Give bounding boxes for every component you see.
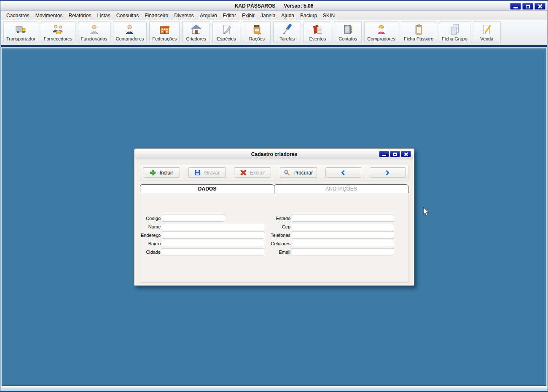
toolbar-button-label: Contatos [338, 36, 357, 41]
input-telefones[interactable] [292, 231, 394, 239]
toolbar-button-compradores-3[interactable]: Compradores [113, 21, 147, 43]
toolbar-button-eventos-9[interactable]: Eventos [304, 21, 331, 43]
toolbar-button-federacoes-4[interactable]: Federações [149, 21, 180, 43]
delete-icon [240, 169, 247, 176]
toolbar-button-contatos-10[interactable]: Contatos [334, 21, 362, 43]
delete-button: Excluir [234, 167, 271, 178]
menu-item-financeiro[interactable]: Financeiro [142, 11, 171, 20]
toolbar-button-label: Espécies [217, 36, 236, 41]
save-button-label: Gravar [204, 170, 220, 176]
toolbar-button-racoes-7[interactable]: Rações [243, 21, 271, 43]
menu-item-relatorios[interactable]: Relatórios [65, 11, 94, 20]
toolbar-button-label: Rações [249, 36, 265, 41]
toolbar-button-compradores-11[interactable]: Compradores [364, 21, 398, 43]
toolbar-button-label: Tarefas [279, 36, 295, 41]
input-cidade[interactable] [162, 248, 264, 255]
screwdriver-icon [281, 24, 293, 36]
dialog-action-toolbar: IncluirGravarExcluirProcurar [140, 165, 408, 180]
input-nome[interactable] [162, 223, 264, 230]
input-cep[interactable] [292, 223, 394, 230]
delete-button-label: Excluir [250, 170, 265, 176]
app-version: Versão: 5.06 [284, 3, 313, 9]
dialog-titlebar[interactable]: Cadastro criadores [135, 150, 413, 159]
window-bottom-frame [0, 386, 548, 392]
input-endereco[interactable] [162, 231, 264, 239]
maximize-icon [393, 153, 397, 156]
clipboard-icon [413, 24, 425, 36]
form-row-nome: Nome [140, 223, 264, 230]
toolbar-button-label: Fornecedores [44, 36, 73, 41]
feed-jar-icon [251, 24, 263, 36]
field-label-telefones: Telefones [270, 233, 292, 238]
app-title: KAD PÁSSAROS [235, 3, 276, 9]
form-row-telefones: Telefones [270, 231, 394, 239]
close-icon [537, 4, 543, 8]
form-row-estado: Estado [270, 215, 394, 222]
include-button[interactable]: Incluir [143, 167, 180, 178]
pages-icon [449, 24, 461, 36]
toolbar-button-funcionarios-2[interactable]: Funcionários [78, 21, 110, 43]
field-label-codigo: Codigo [140, 216, 162, 221]
toolbar-button-especies-6[interactable]: Espécies [212, 21, 240, 43]
suppliers-icon [52, 24, 64, 36]
field-label-endereco: Endereço [140, 233, 162, 238]
chevron-right-icon [384, 170, 390, 176]
toolbar-button-tarefas-8[interactable]: Tarefas [273, 21, 301, 43]
close-icon [404, 152, 408, 156]
dialog-minimize-button[interactable] [379, 151, 389, 157]
menu-item-ajuda[interactable]: Ajuda [278, 11, 297, 20]
toolbar-button-ficha-passaro-12[interactable]: Ficha Pássaro [401, 21, 436, 43]
close-button[interactable] [535, 3, 545, 10]
menu-item-janela[interactable]: Janela [258, 11, 278, 20]
toolbar-button-transportador-0[interactable]: Transportador [3, 21, 38, 43]
form-row-cidade: Cidade [140, 248, 264, 255]
menu-item-listas[interactable]: Listas [94, 11, 113, 20]
chevron-left-icon [340, 170, 346, 176]
input-email[interactable] [292, 248, 394, 255]
minimize-button[interactable] [510, 3, 521, 10]
form-row-celulares: Celulares [270, 240, 394, 247]
red-book-icon [312, 24, 324, 36]
menu-item-cadastros[interactable]: Cadastros [3, 11, 32, 20]
search-button[interactable]: Procurar [280, 167, 317, 178]
menu-item-skin[interactable]: SKIN [320, 11, 338, 20]
field-label-nome: Nome [140, 224, 162, 229]
next-record-button[interactable] [370, 167, 406, 178]
paper-pencil-icon [220, 24, 233, 36]
main-toolbar: TransportadorFornecedoresFuncionáriosCom… [1, 20, 547, 47]
menu-item-movimentos[interactable]: Movimentos [32, 11, 66, 20]
toolbar-button-label: Ficha Grupo [442, 36, 467, 41]
toolbar-button-criadores-5[interactable]: Criadores [182, 21, 210, 43]
input-bairro[interactable] [162, 240, 264, 247]
menu-item-backup[interactable]: Backup [297, 11, 320, 20]
minimize-icon [382, 155, 386, 156]
toolbar-button-venda-14[interactable]: Venda [473, 21, 501, 43]
dialog-maximize-button[interactable] [390, 151, 400, 157]
plus-icon [150, 169, 156, 176]
menu-item-diversos[interactable]: Diversos [171, 11, 197, 20]
form-row-codigo: Codigo [140, 215, 264, 222]
cadastro-criadores-dialog: Cadastro criadores IncluirGravarExcluirP… [134, 148, 414, 286]
dialog-tabs: DADOSANOTAÇÕES [140, 184, 408, 193]
field-label-celulares: Celulares [270, 241, 292, 246]
previous-record-button[interactable] [325, 167, 361, 178]
menu-item-editar[interactable]: Editar [220, 11, 239, 20]
tab-dados[interactable]: DADOS [140, 184, 274, 193]
menu-item-arquivo[interactable]: Arquivo [197, 11, 220, 20]
field-label-bairro: Bairro [140, 241, 162, 246]
include-button-label: Incluir [159, 170, 173, 176]
menu-item-exibir[interactable]: Exibir [239, 11, 258, 20]
maximize-button[interactable] [522, 3, 533, 10]
toolbar-button-ficha-grupo-13[interactable]: Ficha Grupo [439, 21, 470, 43]
search-icon [284, 169, 290, 176]
window-controls [510, 3, 545, 10]
tab-anotacoes[interactable]: ANOTAÇÕES [274, 184, 408, 193]
input-estado[interactable] [292, 215, 394, 222]
toolbar-button-label: Eventos [309, 36, 326, 41]
form-row-endereco: Endereço [140, 231, 264, 239]
input-celulares[interactable] [292, 240, 394, 247]
menu-item-consultas[interactable]: Consultas [113, 11, 142, 20]
input-codigo[interactable] [162, 215, 225, 222]
dialog-close-button[interactable] [401, 151, 411, 157]
toolbar-button-fornecedores-1[interactable]: Fornecedores [41, 21, 75, 43]
